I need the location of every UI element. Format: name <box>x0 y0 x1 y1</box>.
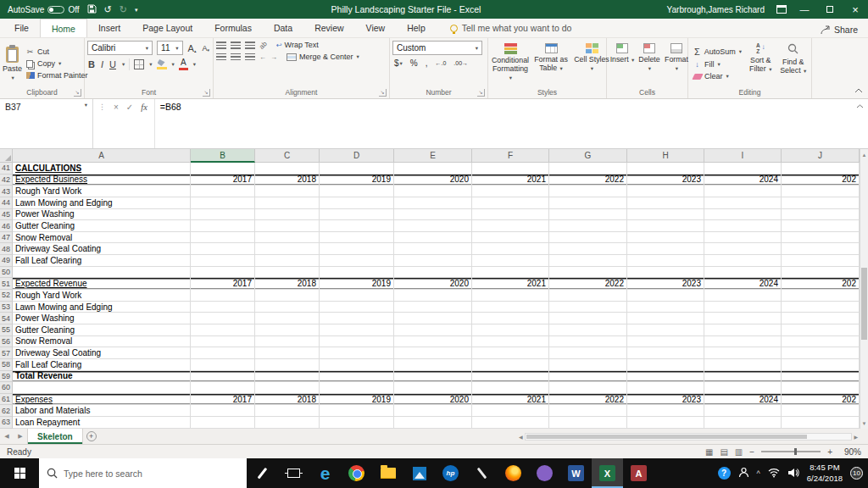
cell-H62[interactable] <box>627 405 704 417</box>
cell-B45[interactable] <box>191 209 255 221</box>
cell-I60[interactable] <box>704 382 782 394</box>
taskbar-search[interactable] <box>39 458 247 488</box>
cell-E56[interactable] <box>394 336 472 348</box>
row-header-46[interactable]: 46 <box>0 220 13 232</box>
taskbar-clock[interactable]: 8:45 PM 6/24/2018 <box>807 463 843 484</box>
cell-D51[interactable]: 2019 <box>320 278 394 290</box>
pen-icon[interactable] <box>247 458 278 488</box>
autosave-toggle[interactable]: AutoSave Off <box>8 5 80 14</box>
increase-font-size-button[interactable]: A▴ <box>187 43 198 53</box>
cell-F47[interactable] <box>472 232 549 244</box>
format-as-table-button[interactable]: Format as Table ▾ <box>531 41 570 86</box>
horizontal-scrollbar-thumb[interactable] <box>526 435 807 439</box>
cell-J43[interactable] <box>782 186 860 197</box>
cell-H51[interactable]: 2023 <box>627 278 704 290</box>
cell-H57[interactable] <box>627 347 704 359</box>
cell-B46[interactable] <box>191 220 255 232</box>
increase-indent-icon[interactable]: → <box>270 53 277 61</box>
cell-D57[interactable] <box>320 347 394 359</box>
autosum-button[interactable]: ΣAutoSum▾ <box>691 46 743 58</box>
cell-I58[interactable] <box>704 359 782 371</box>
cell-D63[interactable] <box>320 417 394 429</box>
delete-cells-button[interactable]: Delete ▾ <box>637 41 662 86</box>
formula-input[interactable]: =B68 <box>155 99 851 148</box>
new-sheet-button[interactable]: + <box>83 429 100 444</box>
cell-J58[interactable] <box>782 359 860 371</box>
cell-E45[interactable] <box>394 209 472 221</box>
number-dialog-launcher-icon[interactable]: ↘ <box>477 89 485 97</box>
column-header-B[interactable]: B <box>191 149 255 163</box>
action-center-icon[interactable]: 10 <box>850 467 863 480</box>
enter-icon[interactable]: ✓ <box>126 103 133 112</box>
undo-icon[interactable]: ↺ <box>104 5 112 14</box>
cell-H44[interactable] <box>627 197 704 209</box>
cell-A43[interactable]: Rough Yard Work <box>13 186 191 197</box>
cell-I55[interactable] <box>704 324 782 336</box>
cell-A49[interactable]: Fall Leaf Clearing <box>13 255 191 267</box>
account-name[interactable]: Yarbrough,James Richard <box>667 5 765 14</box>
horizontal-scrollbar[interactable]: ◀ ▶ <box>519 432 858 441</box>
insert-function-icon[interactable]: fx <box>141 103 147 112</box>
cell-H42[interactable]: 2023 <box>627 175 704 186</box>
cell-A45[interactable]: Power Washing <box>13 209 191 221</box>
vertical-scrollbar[interactable]: ▲ ▼ <box>860 149 868 429</box>
row-header-54[interactable]: 54 <box>0 313 13 324</box>
fill-button[interactable]: ↓Fill▾ <box>691 59 743 69</box>
cell-J59[interactable] <box>782 371 860 383</box>
row-header-49[interactable]: 49 <box>0 255 13 267</box>
cell-A53[interactable]: Lawn Mowing and Edging <box>13 302 191 313</box>
insert-cells-button[interactable]: Insert ▾ <box>609 41 635 86</box>
tab-help[interactable]: Help <box>396 19 437 37</box>
row-header-56[interactable]: 56 <box>0 336 13 348</box>
save-icon[interactable] <box>87 4 97 15</box>
decrease-decimal-button[interactable]: .00→ <box>452 60 470 66</box>
cell-H53[interactable] <box>627 302 704 313</box>
cell-J46[interactable] <box>782 220 860 232</box>
name-box-dropdown-icon[interactable]: ▾ <box>85 102 87 108</box>
cell-C63[interactable] <box>255 417 320 429</box>
cell-C62[interactable] <box>255 405 320 417</box>
cell-G42[interactable]: 2022 <box>549 175 627 186</box>
start-button[interactable] <box>0 458 39 488</box>
cell-I52[interactable] <box>704 290 782 302</box>
cell-I56[interactable] <box>704 336 782 348</box>
cell-C45[interactable] <box>255 209 320 221</box>
clear-button[interactable]: Clear▾ <box>691 71 743 81</box>
column-header-E[interactable]: E <box>394 149 472 163</box>
cell-A51[interactable]: Expected Revenue <box>13 278 191 290</box>
cell-E42[interactable]: 2020 <box>394 175 472 186</box>
cell-A55[interactable]: Gutter Cleaning <box>13 324 191 336</box>
cell-A63[interactable]: Loan Repayment <box>13 417 191 429</box>
cell-F49[interactable] <box>472 255 549 267</box>
cell-B60[interactable] <box>191 382 255 394</box>
row-header-48[interactable]: 48 <box>0 243 13 255</box>
cell-D62[interactable] <box>320 405 394 417</box>
bottom-align-icon[interactable] <box>245 42 255 49</box>
align-center-icon[interactable] <box>231 53 241 61</box>
sketch-icon[interactable] <box>466 458 498 488</box>
sheet-tab-skeleton[interactable]: Skeleton <box>27 429 83 444</box>
cell-A44[interactable]: Lawn Mowing and Edging <box>13 197 191 209</box>
wrap-text-button[interactable]: ↩Wrap Text <box>276 41 319 49</box>
hidden-icons-chevron[interactable]: ^ <box>757 469 760 478</box>
cell-F57[interactable] <box>472 347 549 359</box>
tab-data[interactable]: Data <box>263 19 303 37</box>
cell-F43[interactable] <box>472 186 549 197</box>
tell-me-box[interactable]: Tell me what you want to do <box>450 19 572 37</box>
font-name-select[interactable]: Calibri▾ <box>87 41 153 55</box>
cell-H58[interactable] <box>627 359 704 371</box>
cell-B62[interactable] <box>191 405 255 417</box>
cell-C54[interactable] <box>255 313 320 324</box>
cell-I61[interactable]: 2024 <box>704 394 782 406</box>
cell-B58[interactable] <box>191 359 255 371</box>
cell-E41[interactable] <box>394 163 472 175</box>
cell-A48[interactable]: Driveway Seal Coating <box>13 243 191 255</box>
cell-F48[interactable] <box>472 243 549 255</box>
cut-button[interactable]: ✂Cut <box>24 47 90 57</box>
cell-E60[interactable] <box>394 382 472 394</box>
cell-A60[interactable] <box>13 382 191 394</box>
tab-review[interactable]: Review <box>303 19 354 37</box>
cell-F55[interactable] <box>472 324 549 336</box>
cell-J44[interactable] <box>782 197 860 209</box>
cell-E48[interactable] <box>394 243 472 255</box>
